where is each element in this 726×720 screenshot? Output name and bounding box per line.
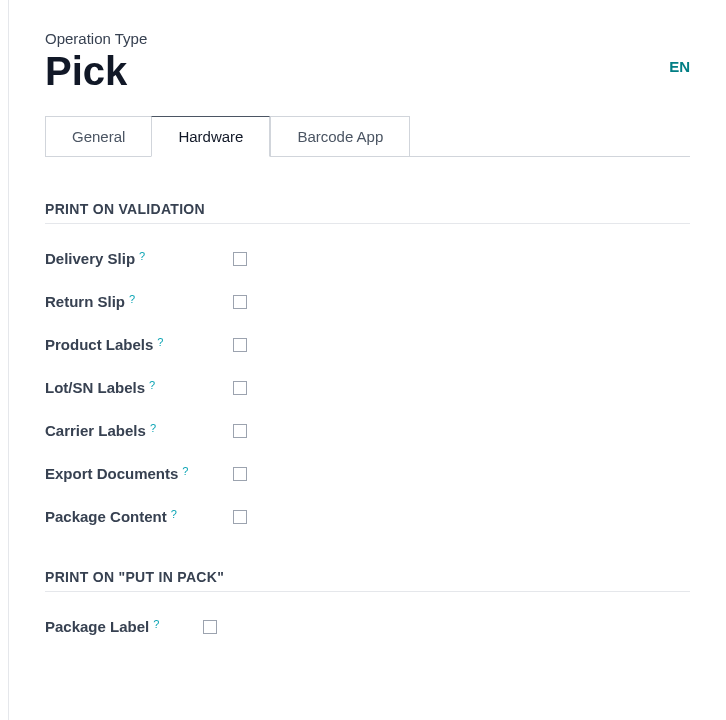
tab-barcode-app[interactable]: Barcode App (270, 116, 410, 157)
checkbox-delivery-slip[interactable] (233, 252, 247, 266)
field-row-delivery-slip: Delivery Slip ? (45, 250, 690, 267)
language-button[interactable]: EN (669, 58, 690, 75)
field-row-return-slip: Return Slip ? (45, 293, 690, 310)
help-icon[interactable]: ? (150, 422, 156, 434)
label-product-labels: Product Labels (45, 336, 153, 353)
checkbox-product-labels[interactable] (233, 338, 247, 352)
label-lot-sn-labels: Lot/SN Labels (45, 379, 145, 396)
help-icon[interactable]: ? (182, 465, 188, 477)
help-icon[interactable]: ? (153, 618, 159, 630)
help-icon[interactable]: ? (139, 250, 145, 262)
help-icon[interactable]: ? (149, 379, 155, 391)
label-delivery-slip: Delivery Slip (45, 250, 135, 267)
checkbox-export-documents[interactable] (233, 467, 247, 481)
label-package-content: Package Content (45, 508, 167, 525)
tabs: General Hardware Barcode App (45, 115, 690, 157)
label-return-slip: Return Slip (45, 293, 125, 310)
section-title-print-on-put-in-pack: PRINT ON "PUT IN PACK" (45, 569, 690, 592)
section-title-print-on-validation: PRINT ON VALIDATION (45, 201, 690, 224)
field-row-product-labels: Product Labels ? (45, 336, 690, 353)
field-row-package-content: Package Content ? (45, 508, 690, 525)
help-icon[interactable]: ? (157, 336, 163, 348)
breadcrumb: Operation Type (45, 30, 147, 47)
checkbox-lot-sn-labels[interactable] (233, 381, 247, 395)
label-carrier-labels: Carrier Labels (45, 422, 146, 439)
checkbox-carrier-labels[interactable] (233, 424, 247, 438)
field-row-export-documents: Export Documents ? (45, 465, 690, 482)
tab-general[interactable]: General (45, 116, 151, 157)
help-icon[interactable]: ? (171, 508, 177, 520)
checkbox-return-slip[interactable] (233, 295, 247, 309)
page-title: Pick (45, 49, 147, 93)
tab-hardware[interactable]: Hardware (151, 116, 270, 157)
label-package-label: Package Label (45, 618, 149, 635)
checkbox-package-content[interactable] (233, 510, 247, 524)
field-row-package-label: Package Label ? (45, 618, 690, 635)
checkbox-package-label[interactable] (203, 620, 217, 634)
label-export-documents: Export Documents (45, 465, 178, 482)
field-row-carrier-labels: Carrier Labels ? (45, 422, 690, 439)
help-icon[interactable]: ? (129, 293, 135, 305)
field-row-lot-sn-labels: Lot/SN Labels ? (45, 379, 690, 396)
